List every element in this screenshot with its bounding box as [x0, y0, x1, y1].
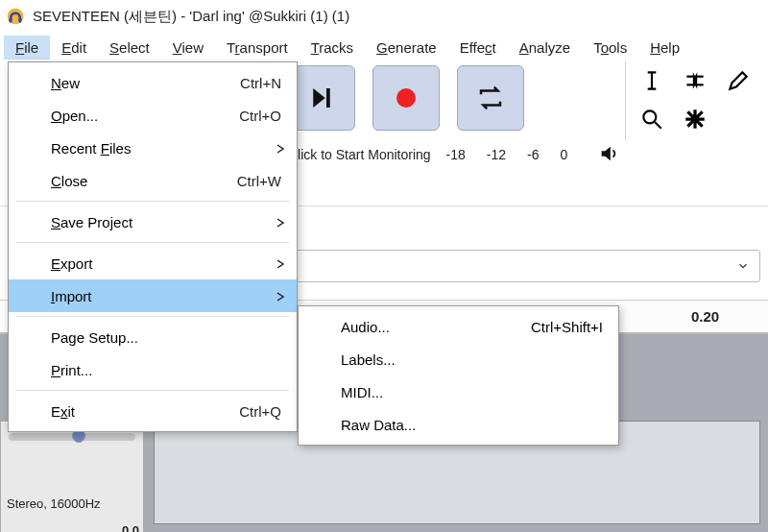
svg-point-4: [396, 88, 416, 108]
draw-tool[interactable]: [716, 61, 759, 100]
file-menu-close[interactable]: CloseCtrl+W: [9, 164, 297, 197]
track-control-panel[interactable]: 0.0 Stereo, 16000Hz: [0, 421, 144, 532]
menubar: File Edit Select View Transport Tracks G…: [0, 33, 768, 61]
menu-generate[interactable]: Generate: [365, 36, 448, 60]
pencil-icon: [726, 68, 751, 93]
svg-rect-3: [326, 88, 330, 108]
zoom-tool[interactable]: [630, 100, 673, 138]
import-raw-data[interactable]: Raw Data...: [299, 408, 618, 441]
speaker-icon[interactable]: [598, 143, 619, 167]
transport-controls: [288, 65, 524, 131]
meter-tick: -6: [527, 147, 539, 162]
file-menu-print[interactable]: Print...: [9, 353, 297, 386]
menu-separator: [16, 201, 289, 202]
file-menu-save-project[interactable]: Save Project: [9, 206, 297, 238]
import-submenu: Audio...Ctrl+Shift+I Labels... MIDI... R…: [298, 305, 619, 446]
file-menu-import[interactable]: Import: [9, 279, 297, 312]
file-menu-new[interactable]: NewCtrl+N: [9, 66, 297, 99]
meter-tick: -12: [487, 147, 506, 162]
svg-rect-2: [18, 18, 21, 23]
tool-panel: [630, 61, 760, 138]
svg-rect-1: [9, 18, 12, 23]
menu-transport[interactable]: Transport: [215, 36, 300, 60]
magnifier-icon: [639, 107, 664, 132]
gain-db-label: 0.0: [122, 523, 139, 532]
menu-analyze[interactable]: Analyze: [508, 36, 582, 60]
file-menu-exit[interactable]: ExitCtrl+Q: [9, 395, 297, 427]
file-menu-recent[interactable]: Recent Files: [9, 132, 297, 164]
device-dropdown[interactable]: [288, 250, 760, 282]
titlebar: SEVENTEEN (세븐틴) - 'Darl ing' @Sukkiri (1…: [0, 0, 768, 33]
recording-meter[interactable]: Click to Start Monitoring -18 -12 -6 0: [288, 140, 768, 169]
multi-tool[interactable]: [673, 100, 716, 138]
record-button[interactable]: [372, 65, 440, 131]
file-menu-page-setup[interactable]: Page Setup...: [9, 321, 297, 353]
menu-separator: [16, 390, 289, 391]
chevron-down-icon: [736, 259, 750, 273]
file-menu-open[interactable]: Open...Ctrl+O: [9, 99, 297, 132]
menu-file[interactable]: File: [4, 36, 50, 60]
import-labels[interactable]: Labels...: [299, 343, 618, 375]
ibeam-icon: [639, 68, 664, 93]
menu-effect[interactable]: Effect: [448, 36, 508, 60]
meter-tick: -18: [446, 147, 466, 162]
loop-icon: [476, 84, 505, 112]
asterisk-icon: [683, 107, 708, 132]
selection-tool[interactable]: [630, 61, 673, 100]
menu-tracks[interactable]: Tracks: [300, 36, 365, 60]
menu-tools[interactable]: Tools: [582, 36, 638, 60]
meter-click-text: Click to Start Monitoring: [288, 147, 431, 162]
import-midi[interactable]: MIDI...: [299, 375, 618, 408]
svg-point-5: [643, 110, 656, 123]
menu-select[interactable]: Select: [98, 36, 161, 60]
audacity-icon: [6, 7, 25, 26]
tool-empty: [716, 100, 759, 138]
meter-tick: 0: [561, 147, 568, 162]
skip-end-button[interactable]: [288, 65, 355, 131]
envelope-tool[interactable]: [673, 61, 716, 100]
skip-end-icon: [307, 84, 336, 112]
chevron-right-icon: [276, 214, 285, 230]
window-title: SEVENTEEN (세븐틴) - 'Darl ing' @Sukkiri (1…: [33, 8, 349, 26]
gain-slider[interactable]: [9, 433, 135, 441]
menu-edit[interactable]: Edit: [50, 36, 98, 60]
toolbar-separator: [625, 61, 626, 140]
file-menu-dropdown: NewCtrl+N Open...Ctrl+O Recent Files Clo…: [8, 61, 298, 432]
menu-help[interactable]: Help: [638, 36, 691, 60]
file-menu-export[interactable]: Export: [9, 247, 297, 279]
timeline-tick: 0.20: [691, 308, 719, 325]
menu-separator: [16, 316, 289, 317]
menu-view[interactable]: View: [161, 36, 215, 60]
menu-separator: [16, 242, 289, 243]
record-icon: [392, 84, 420, 112]
chevron-right-icon: [276, 140, 285, 157]
chevron-right-icon: [276, 255, 285, 272]
track-info: Stereo, 16000Hz: [7, 496, 137, 511]
import-audio[interactable]: Audio...Ctrl+Shift+I: [299, 310, 618, 343]
loop-button[interactable]: [457, 65, 524, 131]
chevron-right-icon: [276, 288, 285, 304]
envelope-icon: [683, 68, 708, 93]
